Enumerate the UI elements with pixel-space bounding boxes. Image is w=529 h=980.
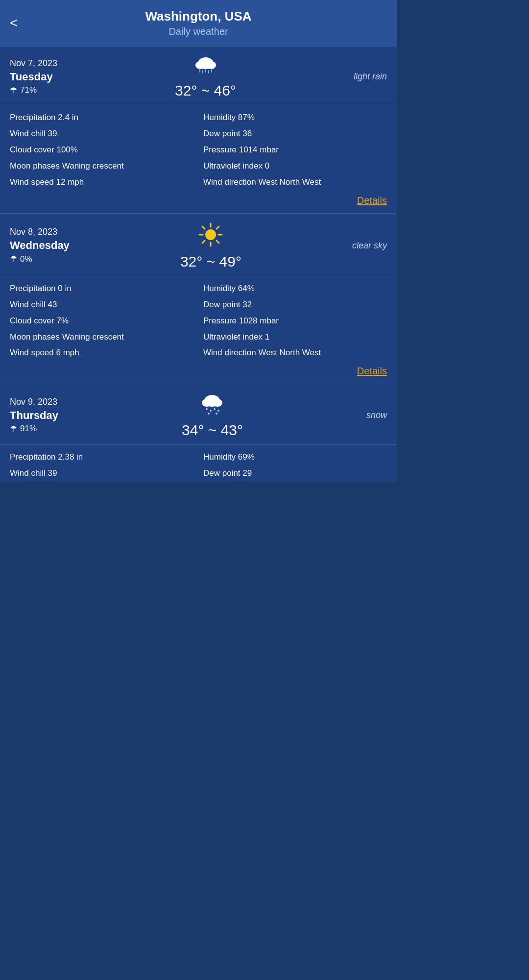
- day-precip-1: ☂ 71%: [10, 85, 57, 96]
- day-condition-1: light rain: [354, 72, 387, 82]
- day-card-1: Nov 7, 2023 Tuesday ☂ 71%: [0, 46, 397, 213]
- day-card-3: Nov 9, 2023 Thursday ☂ 91%: [0, 384, 397, 482]
- detail-humidity-2: Humidity 64%: [203, 283, 387, 294]
- detail-precipitation-2: Precipitation 0 in: [10, 283, 193, 294]
- svg-point-21: [210, 410, 212, 412]
- svg-rect-7: [211, 69, 212, 73]
- detail-precipitation-1: Precipitation 2.4 in: [10, 112, 193, 123]
- details-grid-1: Precipitation 2.4 in Humidity 87% Wind c…: [10, 112, 387, 188]
- day-card-2: Nov 8, 2023 Wednesday ☂ 0%: [0, 213, 397, 384]
- day-details-2: Precipitation 0 in Humidity 64% Wind chi…: [0, 276, 397, 362]
- detail-wind-speed-1: Wind speed 12 mph: [10, 177, 193, 188]
- day-temp-1: 32° ~ 46°: [175, 82, 236, 99]
- day-left-3: Nov 9, 2023 Thursday ☂ 91%: [10, 397, 58, 434]
- detail-wind-direction-2: Wind direction West North West: [203, 347, 387, 359]
- details-link-1[interactable]: Details: [0, 191, 397, 213]
- day-details-3: Precipitation 2.38 in Humidity 69% Wind …: [0, 445, 397, 482]
- detail-dew-point-2: Dew point 32: [203, 299, 387, 311]
- svg-line-14: [216, 241, 219, 243]
- day-temp-3: 34° ~ 43°: [182, 422, 243, 439]
- day-summary-3: Nov 9, 2023 Thursday ☂ 91%: [0, 384, 397, 445]
- svg-line-15: [216, 226, 219, 229]
- city-title: Washington, USA: [10, 9, 387, 24]
- detail-moon-phases-2: Moon phases Waning crescent: [10, 332, 193, 343]
- umbrella-icon-2: ☂: [10, 254, 17, 264]
- details-grid-2: Precipitation 0 in Humidity 64% Wind chi…: [10, 283, 387, 359]
- day-center-2: 32° ~ 49°: [180, 221, 241, 270]
- detail-precipitation-3: Precipitation 2.38 in: [10, 452, 193, 463]
- svg-point-2: [206, 61, 216, 69]
- svg-point-24: [208, 413, 210, 415]
- umbrella-icon-3: ☂: [10, 424, 17, 434]
- day-date-1: Nov 7, 2023: [10, 58, 57, 69]
- detail-humidity-3: Humidity 69%: [203, 452, 387, 463]
- detail-wind-direction-1: Wind direction West North West: [203, 177, 387, 188]
- day-summary-1: Nov 7, 2023 Tuesday ☂ 71%: [0, 47, 397, 105]
- detail-pressure-1: Pressure 1014 mbar: [203, 145, 387, 156]
- day-name-3: Thursday: [10, 409, 58, 422]
- svg-point-25: [216, 413, 217, 415]
- svg-rect-6: [208, 70, 209, 74]
- precip-value-2: 0%: [20, 254, 32, 264]
- details-grid-3: Precipitation 2.38 in Humidity 69% Wind …: [10, 452, 387, 479]
- day-precip-3: ☂ 91%: [10, 424, 58, 434]
- detail-cloud-cover-2: Cloud cover 7%: [10, 316, 193, 327]
- app-header: < Washington, USA Daily weather: [0, 0, 397, 46]
- detail-moon-phases-1: Moon phases Waning crescent: [10, 161, 193, 172]
- svg-rect-4: [202, 70, 203, 74]
- detail-humidity-1: Humidity 87%: [203, 112, 387, 123]
- detail-dew-point-1: Dew point 36: [203, 128, 387, 140]
- back-button[interactable]: <: [10, 15, 18, 31]
- detail-wind-chill-2: Wind chill 43: [10, 299, 193, 311]
- day-summary-2: Nov 8, 2023 Wednesday ☂ 0%: [0, 214, 397, 276]
- day-name-2: Wednesday: [10, 239, 70, 252]
- weather-icon-3: [199, 392, 225, 420]
- day-condition-3: snow: [366, 410, 387, 420]
- svg-line-13: [202, 226, 205, 229]
- day-center-3: 34° ~ 43°: [182, 392, 243, 439]
- precip-value-3: 91%: [20, 424, 37, 434]
- svg-rect-3: [199, 69, 200, 73]
- day-center-1: 32° ~ 46°: [175, 54, 236, 99]
- detail-wind-speed-2: Wind speed 6 mph: [10, 347, 193, 359]
- day-left-2: Nov 8, 2023 Wednesday ☂ 0%: [10, 227, 70, 264]
- day-name-1: Tuesday: [10, 71, 57, 83]
- details-link-2[interactable]: Details: [0, 362, 397, 384]
- page-subtitle: Daily weather: [10, 26, 387, 37]
- svg-point-18: [202, 399, 212, 407]
- svg-point-20: [206, 408, 208, 410]
- detail-cloud-cover-1: Cloud cover 100%: [10, 145, 193, 156]
- svg-point-22: [214, 408, 216, 410]
- day-date-3: Nov 9, 2023: [10, 397, 58, 407]
- precip-value-1: 71%: [20, 85, 37, 95]
- weather-icon-2: [197, 221, 224, 251]
- svg-point-23: [217, 410, 219, 412]
- detail-pressure-2: Pressure 1028 mbar: [203, 316, 387, 327]
- umbrella-icon-1: ☂: [10, 85, 17, 96]
- day-date-2: Nov 8, 2023: [10, 227, 70, 237]
- day-temp-2: 32° ~ 49°: [180, 253, 241, 270]
- svg-point-1: [195, 61, 205, 69]
- details-anchor-2[interactable]: Details: [357, 366, 387, 376]
- details-anchor-1[interactable]: Details: [357, 195, 387, 206]
- detail-uv-index-1: Ultraviolet index 0: [203, 161, 387, 172]
- day-precip-2: ☂ 0%: [10, 254, 70, 264]
- day-details-1: Precipitation 2.4 in Humidity 87% Wind c…: [0, 105, 397, 191]
- svg-point-8: [205, 229, 216, 240]
- svg-point-19: [213, 399, 222, 407]
- svg-line-16: [202, 241, 205, 243]
- detail-uv-index-2: Ultraviolet index 1: [203, 332, 387, 343]
- detail-wind-chill-1: Wind chill 39: [10, 128, 193, 140]
- detail-dew-point-3: Dew point 29: [203, 468, 387, 479]
- svg-rect-5: [205, 69, 206, 73]
- detail-wind-chill-3: Wind chill 39: [10, 468, 193, 479]
- weather-icon-1: [192, 54, 219, 80]
- day-left-1: Nov 7, 2023 Tuesday ☂ 71%: [10, 58, 57, 96]
- day-condition-2: clear sky: [352, 241, 387, 251]
